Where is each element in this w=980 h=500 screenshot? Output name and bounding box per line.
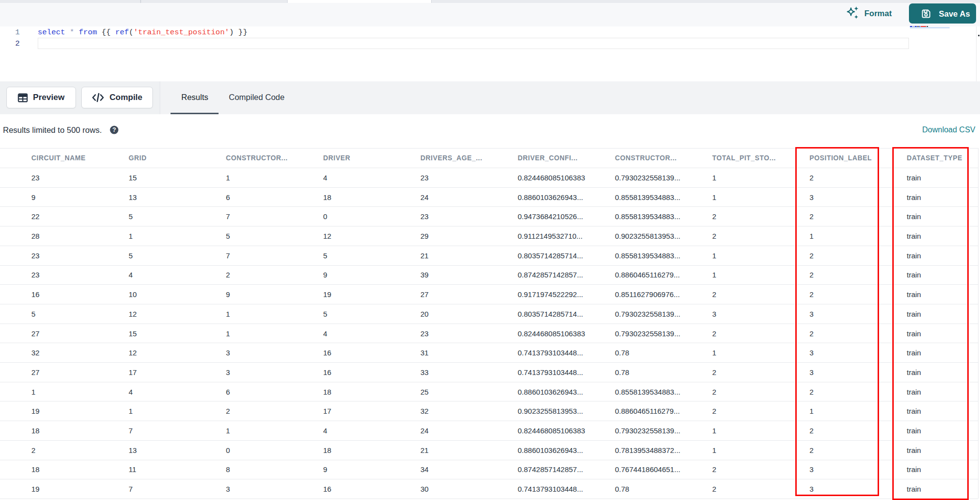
svg-text:?: ? (112, 126, 116, 133)
